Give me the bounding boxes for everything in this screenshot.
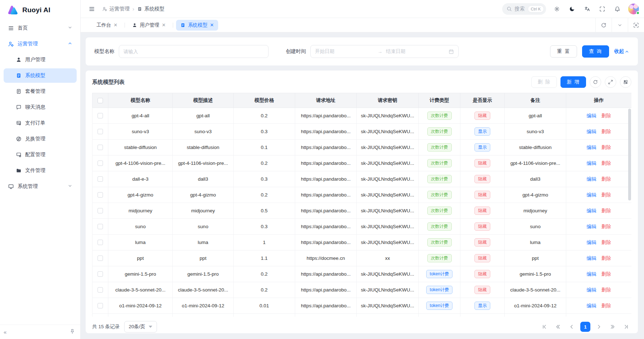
collapse-filter-link[interactable]: 收起 bbox=[614, 48, 629, 55]
model-name-cell: gpt-4-gizmo bbox=[108, 187, 173, 203]
sidebar-item-套餐管理[interactable]: 套餐管理 bbox=[4, 84, 77, 99]
tab-refresh-button[interactable] bbox=[595, 18, 612, 32]
sidebar-item-首页[interactable]: 首页 bbox=[4, 21, 77, 35]
table-fullscreen-button[interactable] bbox=[605, 76, 616, 88]
row-checkbox[interactable] bbox=[98, 256, 103, 261]
edit-link[interactable]: 编辑 bbox=[587, 240, 596, 245]
row-checkbox[interactable] bbox=[98, 192, 103, 198]
model-name-input[interactable] bbox=[119, 45, 269, 58]
row-checkbox[interactable] bbox=[98, 208, 103, 213]
sidebar-item-文件管理[interactable]: 文件管理 bbox=[4, 163, 77, 178]
row-checkbox[interactable] bbox=[98, 303, 103, 308]
column-settings-button[interactable] bbox=[620, 76, 631, 88]
row-checkbox[interactable] bbox=[98, 271, 103, 277]
table-refresh-button[interactable] bbox=[590, 76, 601, 88]
tab-close-icon[interactable]: ✕ bbox=[210, 23, 214, 27]
row-checkbox[interactable] bbox=[98, 287, 103, 293]
fullscreen-button[interactable] bbox=[598, 5, 607, 13]
edit-link[interactable]: 编辑 bbox=[587, 287, 596, 293]
delete-link[interactable]: 删除 bbox=[602, 145, 611, 150]
delete-link[interactable]: 删除 bbox=[602, 256, 611, 261]
delete-link[interactable]: 删除 bbox=[602, 161, 611, 166]
dark-mode-button[interactable] bbox=[568, 5, 576, 13]
delete-link[interactable]: 删除 bbox=[602, 240, 611, 245]
delete-link[interactable]: 删除 bbox=[602, 271, 611, 277]
edit-link[interactable]: 编辑 bbox=[587, 145, 596, 150]
row-checkbox[interactable] bbox=[98, 129, 103, 134]
sidebar-toggle-button[interactable] bbox=[87, 4, 96, 14]
row-checkbox[interactable] bbox=[98, 224, 103, 229]
tab-用户管理[interactable]: 用户管理✕ bbox=[128, 20, 170, 31]
tab-close-icon[interactable]: ✕ bbox=[114, 23, 118, 27]
row-checkbox[interactable] bbox=[98, 161, 103, 166]
prev-page-button[interactable] bbox=[567, 322, 577, 332]
sidebar-item-系统管理[interactable]: 系统管理 bbox=[4, 179, 77, 194]
delete-link[interactable]: 删除 bbox=[602, 129, 611, 134]
breadcrumb-item-运营管理[interactable]: 运营管理 bbox=[102, 6, 130, 12]
sidebar-collapse-button[interactable]: « bbox=[4, 329, 6, 335]
sidebar-item-兑换管理[interactable]: 兑换管理 bbox=[4, 132, 77, 146]
edit-link[interactable]: 编辑 bbox=[587, 224, 596, 229]
current-page-button[interactable]: 1 bbox=[580, 322, 590, 332]
first-page-button[interactable] bbox=[539, 322, 549, 332]
add-button[interactable]: 新 增 bbox=[560, 76, 586, 88]
edit-link[interactable]: 编辑 bbox=[587, 256, 596, 261]
table-row: gpt-4-1106-vision-pre...gpt-4-1106-visio… bbox=[93, 155, 632, 171]
sidebar-item-label: 文件管理 bbox=[25, 167, 45, 174]
delete-link[interactable]: 删除 bbox=[602, 113, 611, 118]
total-records: 共 15 条记录 bbox=[92, 324, 120, 330]
row-checkbox[interactable] bbox=[98, 113, 103, 118]
language-button[interactable] bbox=[583, 5, 591, 13]
last-page-button[interactable] bbox=[621, 322, 631, 332]
delete-button[interactable]: 删 除 bbox=[531, 76, 557, 88]
sidebar-item-支付订单[interactable]: 支付订单 bbox=[4, 116, 77, 130]
select-all-checkbox[interactable] bbox=[98, 98, 103, 103]
edit-link[interactable]: 编辑 bbox=[587, 208, 596, 213]
edit-link[interactable]: 编辑 bbox=[587, 129, 596, 134]
edit-link[interactable]: 编辑 bbox=[587, 161, 596, 166]
delete-link[interactable]: 删除 bbox=[602, 192, 611, 198]
user-avatar[interactable] bbox=[628, 4, 639, 14]
delete-link[interactable]: 删除 bbox=[602, 224, 611, 229]
delete-link[interactable]: 删除 bbox=[602, 176, 611, 182]
edit-link[interactable]: 编辑 bbox=[587, 303, 596, 308]
delete-link[interactable]: 删除 bbox=[602, 287, 611, 293]
edit-link[interactable]: 编辑 bbox=[587, 271, 596, 277]
vertical-scrollbar[interactable] bbox=[628, 109, 631, 200]
tab-close-icon[interactable]: ✕ bbox=[162, 23, 166, 27]
row-checkbox[interactable] bbox=[98, 240, 103, 245]
row-checkbox[interactable] bbox=[98, 176, 103, 182]
tab-menu-button[interactable] bbox=[612, 18, 628, 32]
tab-工作台[interactable]: 工作台✕ bbox=[92, 20, 122, 31]
forward-5-pages-button[interactable] bbox=[608, 322, 618, 332]
delete-link[interactable]: 删除 bbox=[602, 208, 611, 213]
user-icon bbox=[132, 23, 137, 28]
date-range-input[interactable]: 开始日期 → 结束日期 bbox=[310, 45, 459, 58]
edit-link[interactable]: 编辑 bbox=[587, 176, 596, 182]
tabbar: 工作台✕用户管理✕系统模型✕ bbox=[81, 18, 644, 32]
reset-button[interactable]: 重 置 bbox=[550, 45, 577, 58]
edit-link[interactable]: 编辑 bbox=[587, 192, 596, 198]
sidebar-item-配置管理[interactable]: 配置管理 bbox=[4, 148, 77, 162]
sidebar-pin-button[interactable] bbox=[69, 329, 75, 335]
sidebar-item-系统模型[interactable]: 系统模型 bbox=[4, 68, 77, 83]
request-key-cell: sk-JIUQLNndqSeKWU... bbox=[357, 124, 419, 140]
back-5-pages-button[interactable] bbox=[553, 322, 563, 332]
content-fullscreen-button[interactable] bbox=[628, 18, 644, 32]
search-button[interactable]: 查 询 bbox=[582, 45, 609, 58]
row-checkbox[interactable] bbox=[98, 145, 103, 150]
breadcrumb-item-系统模型[interactable]: 系统模型 bbox=[137, 6, 165, 12]
page-size-value: 20条/页 bbox=[129, 324, 145, 330]
sidebar-item-用户管理[interactable]: 用户管理 bbox=[4, 53, 77, 67]
next-page-button[interactable] bbox=[594, 322, 604, 332]
sidebar-item-运营管理[interactable]: 运营管理 bbox=[4, 37, 77, 51]
settings-button[interactable] bbox=[553, 5, 561, 13]
tab-系统模型[interactable]: 系统模型✕ bbox=[176, 20, 218, 31]
page-size-select[interactable]: 20条/页 bbox=[124, 321, 157, 333]
delete-link[interactable]: 删除 bbox=[602, 303, 611, 308]
edit-link[interactable]: 编辑 bbox=[587, 113, 596, 118]
sidebar-item-聊天消息[interactable]: 聊天消息 bbox=[4, 100, 77, 114]
notifications-button[interactable] bbox=[613, 5, 622, 13]
global-search[interactable]: 搜索 Ctrl K bbox=[502, 3, 546, 15]
remark-cell: gpt-all bbox=[505, 108, 566, 124]
